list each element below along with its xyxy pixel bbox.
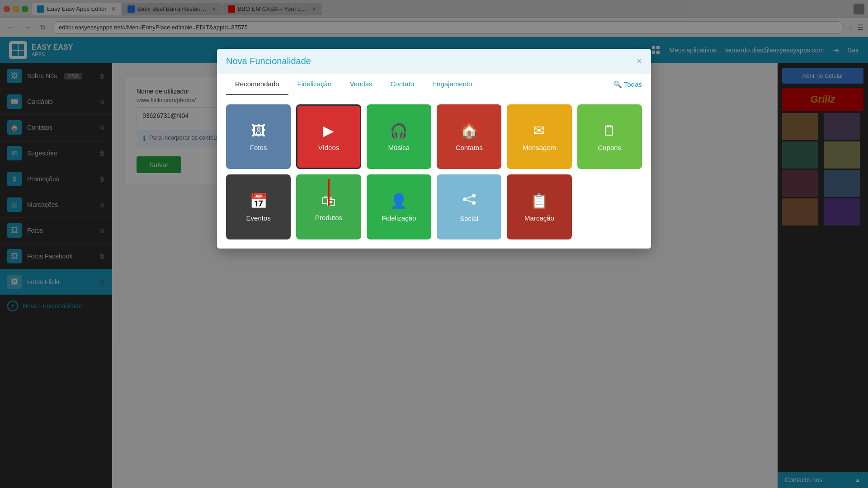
feature-tile-marcacao[interactable]: 📋 Marcação [507, 174, 571, 239]
svg-point-10 [472, 201, 476, 205]
feature-tile-eventos[interactable]: 📅 Eventos [226, 174, 291, 239]
modal-tabs: Recomendado Fidelização Vendas Contato E… [217, 74, 651, 95]
eventos-label: Eventos [246, 214, 271, 222]
fidelizacao-icon: 👤 [390, 192, 408, 210]
svg-point-9 [463, 197, 467, 201]
modal: Nova Funcionalidade × Recomendado Fideli… [217, 49, 651, 249]
feature-tile-musica[interactable]: 🎧 Música [367, 104, 431, 169]
contatos-label: Contatos [456, 144, 483, 151]
tab-fidelizacao[interactable]: Fidelização [288, 74, 341, 95]
musica-icon: 🎧 [390, 122, 408, 139]
svg-line-12 [467, 200, 472, 202]
feature-tile-fidelizacao[interactable]: 👤 Fidelização [367, 174, 431, 239]
arrow-indicator [328, 179, 330, 206]
feature-tile-social[interactable]: Social [437, 174, 501, 239]
feature-tile-cupons[interactable]: 🗒 Cupons [577, 104, 642, 169]
modal-overlay[interactable]: Nova Funcionalidade × Recomendado Fideli… [0, 0, 868, 488]
social-label: Social [460, 215, 478, 222]
feature-tile-videos[interactable]: ▶ Vídeos [296, 104, 361, 169]
mensagem-label: Mensagem [523, 144, 556, 151]
feature-tile-mensagem[interactable]: ✉ Mensagem [507, 104, 571, 169]
contatos-icon: 🏠 [460, 122, 478, 139]
empty-cell [577, 174, 642, 239]
mensagem-icon: ✉ [533, 122, 545, 139]
cupons-label: Cupons [598, 144, 621, 151]
videos-icon: ▶ [323, 122, 334, 139]
feature-tile-fotos[interactable]: 🖼 Fotos [226, 104, 291, 169]
cupons-icon: 🗒 [602, 122, 617, 139]
modal-grid: 🖼 Fotos ▶ Vídeos 🎧 Música 🏠 Contatos ✉ M… [217, 95, 651, 249]
modal-title: Nova Funcionalidade [226, 56, 311, 66]
svg-point-8 [472, 194, 476, 197]
marcacao-icon: 📋 [530, 192, 548, 210]
videos-label: Vídeos [318, 144, 340, 151]
fotos-label: Fotos [250, 144, 267, 151]
fotos-icon: 🖼 [251, 122, 266, 139]
produtos-label: Produtos [315, 214, 342, 221]
tab-contato[interactable]: Contato [382, 74, 424, 95]
eventos-icon: 📅 [250, 192, 268, 210]
musica-label: Música [388, 144, 410, 151]
feature-tile-produtos[interactable]: 🛍 Produtos [296, 174, 361, 239]
tab-todas[interactable]: 🔍 Todas [613, 80, 642, 89]
tab-vendas[interactable]: Vendas [340, 74, 381, 95]
modal-header: Nova Funcionalidade × [217, 49, 651, 74]
fidelizacao-label: Fidelização [382, 214, 416, 222]
marcacao-label: Marcação [524, 214, 554, 222]
svg-line-11 [467, 197, 472, 198]
tab-recomendado[interactable]: Recomendado [226, 74, 288, 95]
feature-tile-contatos[interactable]: 🏠 Contatos [437, 104, 501, 169]
tab-engajamento[interactable]: Engajamento [423, 74, 481, 95]
search-icon: 🔍 [613, 80, 622, 89]
social-icon [462, 192, 476, 210]
modal-close-button[interactable]: × [637, 56, 642, 66]
